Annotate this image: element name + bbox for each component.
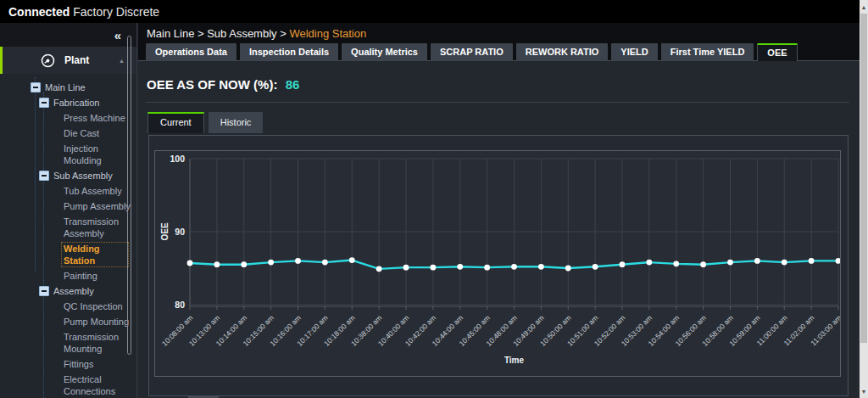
- chart-point[interactable]: [268, 260, 274, 266]
- page-scrollbar-thumb[interactable]: [860, 14, 867, 343]
- chart-point[interactable]: [620, 261, 626, 267]
- content-area: OEE AS OF NOW (%): 86 CurrentHistoric 80…: [138, 61, 860, 398]
- tree-item-pump-assembly[interactable]: Pump Assembly: [0, 200, 136, 212]
- tree-item-injection-moulding[interactable]: Injection Moulding: [0, 143, 136, 166]
- tree-item-label: Main Line: [45, 81, 86, 93]
- tab-oee[interactable]: OEE: [757, 43, 797, 62]
- tree-item-pump-mounting[interactable]: Pump Mounting: [0, 316, 136, 328]
- chart-point[interactable]: [754, 258, 760, 264]
- tab-inspection-details[interactable]: Inspection Details: [240, 43, 338, 61]
- tree-item-press-machine[interactable]: Press Machine: [0, 112, 136, 124]
- chart-point[interactable]: [700, 261, 706, 267]
- sidebar: « Plant ▲ Main LineFabricationPress Mach…: [0, 23, 137, 398]
- kpi-heading: OEE AS OF NOW (%): 86: [147, 77, 299, 92]
- tree-item-fabrication[interactable]: Fabrication: [0, 97, 136, 109]
- tree-item-label: Die Cast: [64, 127, 99, 139]
- scroll-down-icon[interactable]: ▼: [860, 386, 868, 396]
- main-header: Main Line > Sub Assembly > Welding Stati…: [138, 23, 860, 61]
- kpi-value: 86: [286, 77, 300, 92]
- oee-line-chart: 809010010:08:00 am10:13:00 am10:14:00 am…: [155, 151, 840, 376]
- chart-point[interactable]: [565, 266, 571, 272]
- tree-item-assembly[interactable]: Assembly: [0, 285, 136, 297]
- chart-container: 809010010:08:00 am10:13:00 am10:14:00 am…: [154, 150, 841, 377]
- collapse-node-icon[interactable]: [39, 286, 49, 296]
- sidebar-scrollbar-thumb[interactable]: [127, 36, 131, 355]
- tabs-bar: Operations DataInspection DetailsQuality…: [146, 42, 798, 61]
- breadcrumb-current: Welding Station: [289, 27, 366, 40]
- tree-item-label: QC Inspection: [64, 300, 123, 312]
- scroll-up-icon[interactable]: ▲: [860, 2, 868, 12]
- subtab-historic[interactable]: Historic: [209, 112, 264, 133]
- chart-point[interactable]: [593, 264, 598, 270]
- tree-item-painting[interactable]: Painting: [0, 270, 136, 282]
- collapse-sidebar-icon[interactable]: «: [114, 29, 121, 42]
- tree-item-transmission-assembly[interactable]: Transmission Assembly: [0, 216, 136, 239]
- tree-item-label: Pump Mounting: [64, 316, 129, 328]
- app-title-bar: Connected Factory Discrete: [0, 0, 868, 23]
- tree-item-tub-assembly[interactable]: Tub Assembly: [0, 185, 136, 197]
- chart-point[interactable]: [727, 260, 733, 266]
- chart-point[interactable]: [836, 258, 840, 264]
- tree-item-label: Painting: [64, 270, 97, 282]
- tree-item-qc-inspection[interactable]: QC Inspection: [0, 300, 136, 312]
- plant-tree: Main LineFabricationPress MachineDie Cas…: [0, 74, 136, 398]
- y-axis-label: OEE: [160, 222, 170, 240]
- chart-point[interactable]: [187, 261, 193, 266]
- tree-item-label: Transmission Assembly: [64, 216, 131, 239]
- chart-point[interactable]: [376, 266, 382, 272]
- tree-item-main-line[interactable]: Main Line: [0, 81, 136, 93]
- subtab-current[interactable]: Current: [147, 112, 204, 133]
- chart-point[interactable]: [457, 264, 463, 270]
- page-scrollbar[interactable]: ▲ ▼: [860, 0, 868, 398]
- chart-point[interactable]: [241, 261, 247, 267]
- chart-point[interactable]: [673, 261, 679, 266]
- app-title-bold: Connected: [8, 5, 70, 19]
- plant-accent-bar: [0, 47, 3, 74]
- tab-operations-data[interactable]: Operations Data: [146, 43, 236, 61]
- chart-point[interactable]: [295, 258, 301, 264]
- collapse-plant-arrow-icon[interactable]: ▲: [119, 58, 125, 64]
- tree-item-label: Sub Assembly: [53, 170, 113, 182]
- tree-item-label: Tub Assembly: [64, 185, 122, 197]
- chart-point[interactable]: [538, 264, 544, 270]
- kpi-label: OEE AS OF NOW (%):: [147, 77, 277, 92]
- y-tick-label: 80: [175, 300, 185, 310]
- tree-item-welding-station[interactable]: Welding Station: [0, 243, 136, 266]
- chart-point[interactable]: [646, 260, 652, 266]
- chart-point[interactable]: [511, 264, 517, 270]
- tree-item-sub-assembly[interactable]: Sub Assembly: [0, 170, 136, 182]
- chart-point[interactable]: [430, 265, 436, 271]
- x-axis-label: Time: [504, 356, 525, 365]
- chart-point[interactable]: [322, 260, 328, 266]
- plant-icon: [41, 53, 55, 68]
- chart-point[interactable]: [214, 261, 220, 267]
- tree-item-label: Press Machine: [64, 112, 125, 124]
- tree-item-fittings[interactable]: Fittings: [0, 358, 136, 370]
- chart-point[interactable]: [782, 260, 787, 266]
- tab-rework-ratio[interactable]: REWORK RATIO: [516, 43, 609, 61]
- collapse-node-icon[interactable]: [39, 171, 49, 181]
- y-tick-label: 90: [175, 227, 185, 237]
- breadcrumb-path[interactable]: Main Line > Sub Assembly >: [147, 27, 289, 40]
- collapse-node-icon[interactable]: [31, 82, 41, 92]
- divider: [146, 102, 849, 103]
- sidebar-item-plant-label: Plant: [64, 54, 119, 66]
- tab-first-time-yield[interactable]: First Time YIELD: [661, 43, 754, 61]
- tree-item-electrical-connections[interactable]: Electrical Connections: [0, 373, 136, 397]
- chart-point[interactable]: [484, 265, 490, 271]
- tab-scrap-ratio[interactable]: SCRAP RATIO: [431, 43, 513, 61]
- tree-item-label: Transmission Mounting: [64, 331, 131, 355]
- chart-point[interactable]: [349, 257, 355, 263]
- app-title-rest: Factory Discrete: [70, 5, 159, 19]
- sidebar-header: «: [0, 23, 136, 47]
- tree-item-label: Fittings: [64, 358, 93, 370]
- breadcrumb: Main Line > Sub Assembly > Welding Stati…: [147, 27, 366, 40]
- tree-item-die-cast[interactable]: Die Cast: [0, 127, 136, 139]
- sidebar-item-plant[interactable]: Plant ▲: [0, 47, 136, 74]
- chart-point[interactable]: [403, 265, 409, 271]
- chart-point[interactable]: [809, 258, 815, 264]
- tab-yield[interactable]: YIELD: [611, 43, 657, 61]
- tree-item-transmission-mounting[interactable]: Transmission Mounting: [0, 331, 136, 355]
- collapse-node-icon[interactable]: [39, 98, 49, 108]
- tab-quality-metrics[interactable]: Quality Metrics: [342, 43, 427, 61]
